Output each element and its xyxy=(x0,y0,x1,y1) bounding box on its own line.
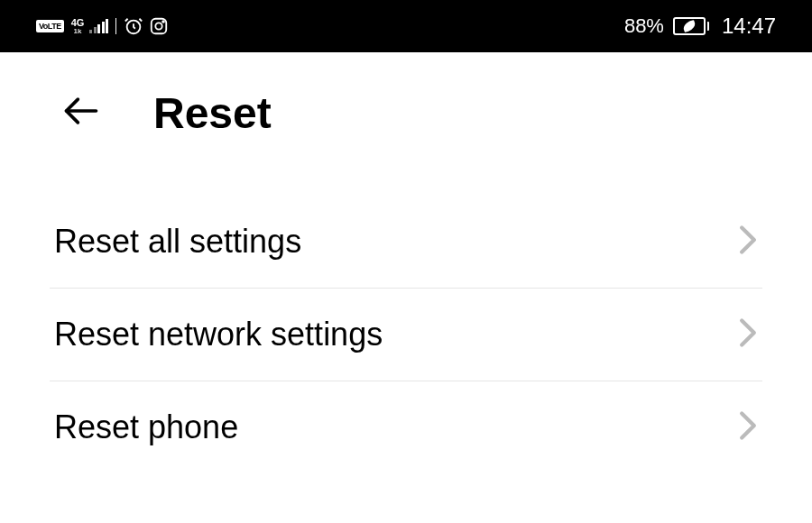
status-separator xyxy=(115,18,116,34)
page-header: Reset xyxy=(0,52,812,160)
list-item-label: Reset all settings xyxy=(54,223,301,261)
volte-badge: VoLTE xyxy=(36,20,64,32)
chevron-right-icon xyxy=(738,317,758,352)
status-bar: VoLTE 4G 1k 88% xyxy=(0,0,812,52)
reset-all-settings-item[interactable]: Reset all settings xyxy=(50,196,762,289)
back-button[interactable] xyxy=(54,84,108,142)
alarm-icon xyxy=(124,16,143,36)
list-item-label: Reset network settings xyxy=(54,316,383,353)
page-title: Reset xyxy=(153,88,272,138)
instagram-icon xyxy=(149,16,169,36)
clock: 14:47 xyxy=(722,14,776,39)
svg-point-2 xyxy=(156,23,162,29)
status-right: 88% 14:47 xyxy=(624,14,776,39)
list-item-label: Reset phone xyxy=(54,408,238,446)
chevron-right-icon xyxy=(738,410,758,445)
settings-list: Reset all settings Reset network setting… xyxy=(0,160,812,473)
network-type-icon: 4G 1k xyxy=(71,18,85,35)
battery-percent: 88% xyxy=(624,14,664,38)
arrow-left-icon xyxy=(61,91,101,131)
network-gen: 4G xyxy=(71,18,85,28)
svg-point-3 xyxy=(162,21,164,23)
status-left: VoLTE 4G 1k xyxy=(36,16,169,36)
network-sub: 1k xyxy=(74,28,82,35)
battery-icon xyxy=(673,17,709,35)
signal-strength-icon xyxy=(89,19,108,33)
chevron-right-icon xyxy=(738,225,758,259)
reset-network-settings-item[interactable]: Reset network settings xyxy=(50,289,762,381)
reset-phone-item[interactable]: Reset phone xyxy=(50,381,762,473)
